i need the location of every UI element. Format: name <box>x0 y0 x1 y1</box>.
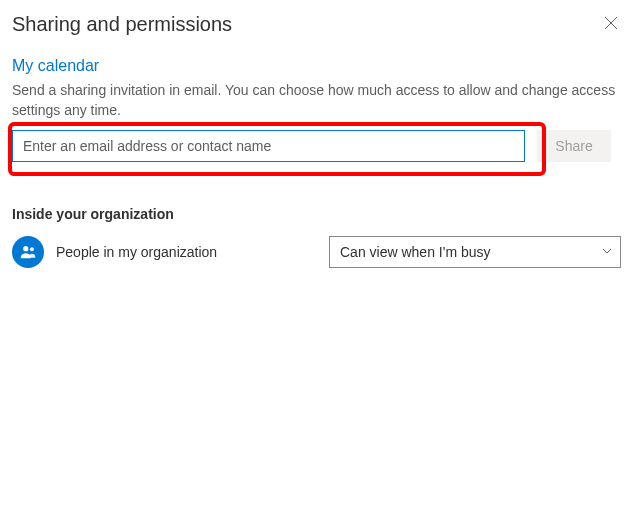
org-heading: Inside your organization <box>12 206 624 222</box>
close-button[interactable] <box>600 12 622 37</box>
close-icon <box>604 16 618 33</box>
share-button[interactable]: Share <box>537 130 611 162</box>
email-input[interactable] <box>12 130 525 162</box>
description-text: Send a sharing invitation in email. You … <box>12 81 624 120</box>
calendar-subtitle: My calendar <box>12 57 624 75</box>
permission-select[interactable]: Can view when I'm busy <box>329 236 621 268</box>
people-label: People in my organization <box>56 244 329 260</box>
svg-point-3 <box>30 247 34 251</box>
people-icon <box>12 236 44 268</box>
org-row: People in my organization Can view when … <box>12 236 624 268</box>
svg-point-2 <box>23 246 28 251</box>
page-title: Sharing and permissions <box>12 13 232 36</box>
